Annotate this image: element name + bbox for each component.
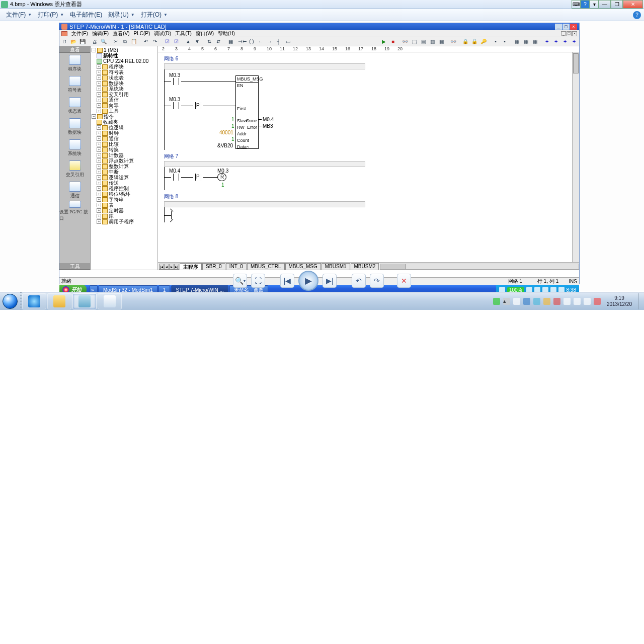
- nav-comm[interactable]: 通信: [59, 180, 90, 201]
- st7-menu-file[interactable]: 文件(F): [71, 30, 88, 37]
- tab-nav-last[interactable]: ▸|: [174, 264, 179, 270]
- tb-copy-icon[interactable]: ⧉: [121, 38, 129, 46]
- tb-open-icon[interactable]: 📂: [69, 38, 77, 46]
- tray-app-icon[interactable]: [553, 298, 560, 305]
- tb-chart3-icon[interactable]: ▦: [437, 38, 445, 46]
- wpv-menu-burn[interactable]: 刻录(U)▼: [105, 10, 138, 20]
- wpv-menu-print[interactable]: 打印(P)▼: [35, 10, 67, 20]
- tb-block-icon[interactable]: ▦: [226, 38, 234, 46]
- mbus-msg-block[interactable]: MBUS_MSG EN First Slave Done RW Error Ad…: [235, 75, 259, 149]
- tab-nav-first[interactable]: |◂: [159, 264, 164, 270]
- tb-grid1-icon[interactable]: ▦: [513, 38, 521, 46]
- wpv-prev-button[interactable]: |◀: [280, 274, 294, 288]
- tb-compileall-icon[interactable]: ☑: [172, 38, 180, 46]
- win7-clock[interactable]: 9:192013/12/20: [604, 295, 635, 307]
- wpv-menu-email[interactable]: 电子邮件(E): [67, 10, 105, 20]
- tab-mbusm2[interactable]: MBUSM2: [351, 263, 379, 270]
- nav-status-table[interactable]: 状态表: [59, 95, 90, 116]
- wpv-menu-file[interactable]: 文件(F)▼: [3, 10, 35, 20]
- tray-app-icon[interactable]: [564, 298, 571, 305]
- st7-tree[interactable]: −1 (M3) 新特性 CPU 224 REL 02.00 +程序块 +符号表 …: [91, 46, 158, 270]
- tb-sym2-icon[interactable]: ▪: [501, 38, 509, 46]
- tb-wiz1-icon[interactable]: ✦: [543, 38, 551, 46]
- tab-mbus-ctrl[interactable]: MBUS_CTRL: [247, 263, 285, 270]
- tb-wiz2-icon[interactable]: ✦: [552, 38, 560, 46]
- tb-upload-icon[interactable]: ▲: [184, 38, 192, 46]
- st7-menu-help[interactable]: 帮助(H): [218, 30, 235, 37]
- wpv-help-button[interactable]: ?: [581, 0, 590, 9]
- tb-print-icon[interactable]: 🖨: [91, 38, 99, 46]
- wpv-close-button[interactable]: ✕: [623, 0, 643, 9]
- wpv-rotate-ccw-button[interactable]: ↶: [352, 274, 366, 288]
- tb-stop-icon[interactable]: ■: [389, 38, 397, 46]
- wpv-rotate-cw-button[interactable]: ↷: [370, 274, 384, 288]
- tab-int0[interactable]: INT_0: [226, 263, 247, 270]
- st7-menu-debug[interactable]: 调试(D): [154, 30, 171, 37]
- wpv-maximize-button[interactable]: ❐: [611, 0, 623, 9]
- tb-wiz4-icon[interactable]: ✦: [570, 38, 578, 46]
- tb-coil-icon[interactable]: ( ): [248, 38, 256, 46]
- tb-chart2-icon[interactable]: ▥: [428, 38, 436, 46]
- tray-app-icon[interactable]: [574, 298, 581, 305]
- tb-undo-icon[interactable]: ↶: [142, 38, 150, 46]
- wpv-slideshow-button[interactable]: ▶: [298, 271, 318, 291]
- tb-key-icon[interactable]: 🔑: [479, 38, 488, 46]
- tray-shield-icon[interactable]: [543, 298, 550, 305]
- tab-mbusm1[interactable]: MBUSM1: [321, 263, 350, 270]
- wpv-dropdown-button[interactable]: ▾: [590, 0, 599, 9]
- tb-glasses-icon[interactable]: 👓: [449, 38, 457, 46]
- wpv-lang-button[interactable]: ⌨: [572, 0, 581, 9]
- tb-contact-icon[interactable]: ⊣⊢: [238, 38, 247, 46]
- taskbar-photoviewer[interactable]: [72, 293, 97, 309]
- network-7-comment[interactable]: [164, 161, 365, 167]
- tb-save-icon[interactable]: 💾: [78, 38, 87, 46]
- tab-sbr0[interactable]: SBR_0: [202, 263, 225, 270]
- st7-menu-tools[interactable]: 工具(T): [175, 30, 192, 37]
- tray-sync-icon[interactable]: [533, 298, 540, 305]
- tb-preview-icon[interactable]: 🔍: [100, 38, 108, 46]
- tb-left-icon[interactable]: ←: [257, 38, 265, 46]
- wpv-next-button[interactable]: ▶|: [323, 274, 337, 288]
- tb-monitor-icon[interactable]: 👓: [401, 38, 409, 46]
- st7-menu-view[interactable]: 查看(V): [113, 30, 129, 37]
- wpv-menu-open[interactable]: 打开(O)▼: [138, 10, 171, 20]
- tb-lock-icon[interactable]: 🔒: [461, 38, 469, 46]
- tb-wiz3-icon[interactable]: ✦: [561, 38, 569, 46]
- tab-mbus-msg[interactable]: MBUS_MSG: [285, 263, 321, 270]
- tb-run-icon[interactable]: ▶: [380, 38, 388, 46]
- st7-menu-window[interactable]: 窗口(W): [196, 30, 214, 37]
- taskbar-explorer[interactable]: [47, 293, 71, 309]
- st7-menu-edit[interactable]: 编辑(E): [92, 30, 109, 37]
- tb-compile-icon[interactable]: ☑: [163, 38, 171, 46]
- wpv-fit-button[interactable]: ⛶: [251, 274, 265, 288]
- nav-data-block[interactable]: 数据块: [59, 116, 90, 137]
- taskbar-paint[interactable]: [98, 293, 122, 309]
- tb-grid2-icon[interactable]: ▦: [522, 38, 530, 46]
- nav-cross-ref[interactable]: 交叉引用: [59, 158, 90, 180]
- tb-right-icon[interactable]: →: [266, 38, 274, 46]
- show-desktop-button[interactable]: [638, 293, 642, 309]
- start-button[interactable]: [0, 292, 20, 310]
- tab-nav-prev[interactable]: ◂: [164, 264, 169, 270]
- tray-battery-icon[interactable]: [493, 298, 500, 305]
- st7-menu-plc[interactable]: PLC(P): [133, 31, 150, 36]
- wpv-minimize-button[interactable]: —: [599, 0, 611, 9]
- tb-cut-icon[interactable]: ✂: [112, 38, 120, 46]
- tb-status-icon[interactable]: ⬚: [410, 38, 418, 46]
- tray-volume-icon[interactable]: [584, 298, 591, 305]
- tab-nav-next[interactable]: ▸: [169, 264, 174, 270]
- nav-system-block[interactable]: 系统块: [59, 137, 90, 158]
- st7-maximize-button[interactable]: □: [562, 24, 570, 30]
- wpv-zoom-button[interactable]: 🔍▾: [233, 274, 247, 288]
- nav-program-block[interactable]: 程序块: [59, 53, 90, 74]
- tb-unlock-icon[interactable]: 🔓: [470, 38, 478, 46]
- tb-chart-icon[interactable]: ▤: [419, 38, 427, 46]
- tray-network-icon[interactable]: [523, 298, 530, 305]
- tab-main[interactable]: 主程序: [180, 263, 202, 270]
- tb-paste-icon[interactable]: 📋: [130, 38, 138, 46]
- network-6-comment[interactable]: [164, 63, 365, 69]
- tb-sort-icon[interactable]: ⇅: [205, 38, 213, 46]
- tray-arrow-icon[interactable]: ▴: [503, 298, 510, 305]
- tb-box-icon[interactable]: ▭: [284, 38, 292, 46]
- ladder-hscroll[interactable]: [380, 264, 579, 270]
